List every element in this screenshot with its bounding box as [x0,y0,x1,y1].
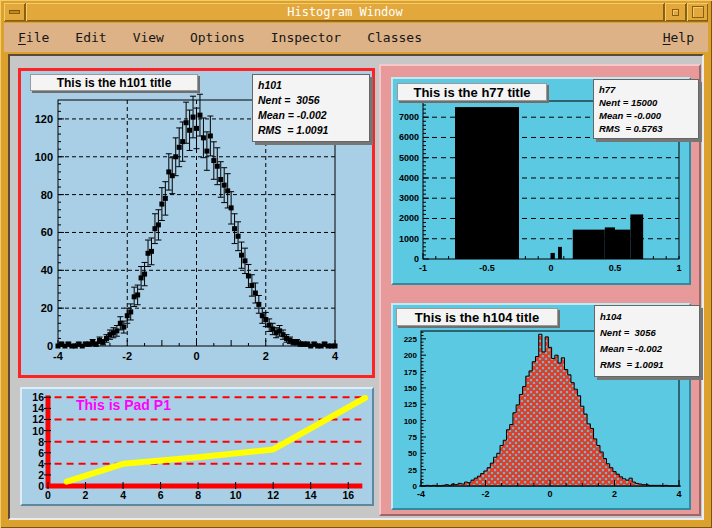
svg-text:200: 200 [404,351,418,360]
svg-text:6: 6 [38,447,44,459]
svg-text:4000: 4000 [399,173,419,183]
svg-text:-1: -1 [419,263,427,273]
svg-text:175: 175 [404,368,418,377]
stats-line: Mean = -0.002 [600,341,694,357]
menu-item-edit[interactable]: Edit [75,30,106,45]
stats-line: Nent = 3056 [258,93,364,108]
window-menu-icon [9,10,20,14]
svg-text:20: 20 [41,302,53,314]
stats-line: h101 [258,78,364,93]
stats-line: Nent = 3056 [600,325,694,341]
svg-text:3000: 3000 [399,193,419,203]
svg-text:12: 12 [267,489,279,501]
svg-text:150: 150 [404,384,418,393]
svg-text:80: 80 [41,189,53,201]
svg-text:0: 0 [548,263,553,273]
svg-text:8: 8 [195,489,201,501]
menu-item-classes[interactable]: Classes [367,30,422,45]
p1-title: This is Pad P1 [76,397,171,413]
menu-item-options[interactable]: Options [190,30,245,45]
window-menu-button[interactable] [4,3,26,21]
maximize-icon [692,6,704,18]
svg-text:6000: 6000 [399,132,419,142]
svg-text:100: 100 [35,151,53,163]
svg-text:25: 25 [408,466,417,475]
svg-text:4: 4 [676,489,681,499]
svg-text:-4: -4 [417,489,425,499]
svg-text:2: 2 [83,489,89,501]
svg-text:2: 2 [263,350,269,362]
svg-text:10: 10 [32,425,44,437]
svg-text:225: 225 [404,335,418,344]
menu-item-inspector[interactable]: Inspector [271,30,341,45]
svg-text:12: 12 [32,413,44,425]
svg-text:8: 8 [38,436,44,448]
h104-title[interactable]: This is the h104 title [396,308,558,326]
svg-text:16: 16 [32,391,44,403]
svg-text:5000: 5000 [399,153,419,163]
window-titlebar[interactable]: Histogram Window [4,3,708,22]
svg-text:0: 0 [193,350,199,362]
svg-text:120: 120 [35,113,53,125]
p1-plot[interactable]: 02468101214160246810121416 [22,389,372,504]
svg-text:125: 125 [404,400,418,409]
svg-text:-4: -4 [53,350,64,362]
menu-item-file[interactable]: File [18,30,49,45]
stats-line: RMS = 1.0091 [600,357,694,373]
svg-text:6: 6 [158,489,164,501]
minimize-icon [672,9,679,16]
svg-text:0.5: 0.5 [609,263,622,273]
svg-text:0: 0 [47,340,53,352]
svg-text:1: 1 [676,263,681,273]
svg-text:4: 4 [38,458,44,470]
svg-text:-0.5: -0.5 [479,263,495,273]
svg-text:-2: -2 [481,489,489,499]
svg-text:0: 0 [547,489,552,499]
stats-line: h104 [600,309,694,325]
svg-text:2000: 2000 [399,213,419,223]
svg-text:50: 50 [408,449,417,458]
pad-h101[interactable]: -4-2024020406080100120 This is the h101 … [18,68,375,378]
svg-text:60: 60 [41,226,53,238]
menu-item-help[interactable]: Help [663,30,694,45]
svg-text:7000: 7000 [399,112,419,122]
svg-text:14: 14 [32,402,44,414]
svg-text:4: 4 [120,489,126,501]
histogram-window: Histogram Window FileEditViewOptionsInsp… [0,0,712,528]
svg-text:2: 2 [612,489,617,499]
svg-text:4: 4 [332,350,339,362]
svg-text:10: 10 [230,489,242,501]
stats-line: RMS = 0.5763 [599,122,693,135]
svg-text:40: 40 [41,264,53,276]
h101-title[interactable]: This is the h101 title [30,74,198,91]
svg-text:0: 0 [45,489,51,501]
svg-text:75: 75 [408,433,417,442]
h104-stats-box[interactable]: h104Nent = 3056Mean = -0.002RMS = 1.0091 [594,305,700,377]
svg-text:0: 0 [38,480,44,492]
stats-line: RMS = 1.0091 [258,123,364,138]
pad-p1[interactable]: 02468101214160246810121416 This is Pad P… [20,387,374,506]
svg-text:14: 14 [305,489,317,501]
menubar: FileEditViewOptionsInspectorClassesHelp [4,23,708,52]
h77-title[interactable]: This is the h77 title [397,83,547,101]
maximize-button[interactable] [686,3,708,21]
root-canvas[interactable]: -4-2024020406080100120 This is the h101 … [8,54,704,520]
svg-text:1000: 1000 [399,234,419,244]
menu-item-view[interactable]: View [133,30,164,45]
pad-right[interactable]: 01000200030004000500060007000-1-0.500.51… [379,64,701,516]
minimize-button[interactable] [664,3,686,21]
window-title: Histogram Window [26,3,664,21]
stats-line: Mean = -0.002 [258,108,364,123]
svg-text:16: 16 [342,489,354,501]
h101-stats-box[interactable]: h101Nent = 3056Mean = -0.002RMS = 1.0091 [252,74,370,142]
svg-text:100: 100 [404,417,418,426]
svg-text:-2: -2 [122,350,132,362]
h77-stats-box[interactable]: h77Nent = 15000Mean = -0.000RMS = 0.5763 [593,79,699,139]
stats-line: h77 [599,83,693,96]
stats-line: Mean = -0.000 [599,109,693,122]
svg-text:2: 2 [38,469,44,481]
stats-line: Nent = 15000 [599,96,693,109]
